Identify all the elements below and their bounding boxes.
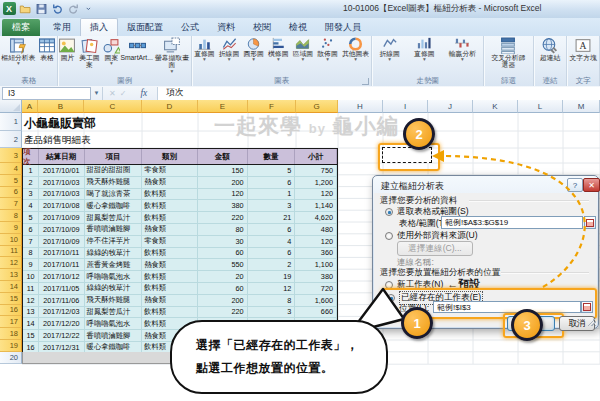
table-header-類別[interactable]: 類別: [142, 149, 198, 164]
resize-grip[interactable]: [587, 317, 596, 326]
tab-file[interactable]: 檔案: [2, 19, 40, 36]
table-cell[interactable]: 6: [248, 248, 296, 260]
row-header-2[interactable]: 2: [0, 131, 22, 148]
location-picker-icon[interactable]: [581, 301, 593, 313]
column-header-D[interactable]: D: [142, 100, 198, 113]
table-cell[interactable]: 5: [23, 212, 39, 224]
table-cell[interactable]: 熱食類: [142, 259, 198, 271]
insert-function-icon[interactable]: fx: [140, 88, 147, 98]
table-cell[interactable]: 3: [23, 189, 39, 201]
table-cell[interactable]: 2017/10/12: [39, 271, 85, 283]
save-icon[interactable]: [34, 2, 48, 15]
ribbon-button-表格[interactable]: 表格: [38, 37, 56, 61]
table-cell[interactable]: 2017/10/03: [39, 189, 85, 201]
table-cell[interactable]: 30: [198, 236, 248, 248]
table-cell[interactable]: 220: [198, 307, 248, 319]
column-header-F[interactable]: F: [248, 100, 296, 113]
table-cell[interactable]: 380: [295, 271, 337, 283]
column-header-G[interactable]: G: [296, 100, 338, 113]
table-cell[interactable]: 1,200: [295, 177, 337, 189]
tab-開發人員[interactable]: 開發人員: [316, 19, 370, 36]
table-cell[interactable]: 1,100: [295, 259, 337, 271]
ribbon-button-直條圖[interactable]: 直條圖▾: [414, 37, 434, 61]
ribbon-button-折線圖[interactable]: 折線圖▾: [219, 37, 239, 61]
table-cell[interactable]: 1: [23, 165, 39, 177]
table-cell[interactable]: 8: [23, 248, 39, 260]
table-cell[interactable]: 2017/10/01: [39, 165, 85, 177]
table-cell[interactable]: 12: [248, 283, 296, 295]
table-cell[interactable]: 停不住洋芋片: [85, 236, 143, 248]
table-cell[interactable]: 飲料類: [142, 200, 198, 212]
table-header-數量[interactable]: 數量: [248, 149, 296, 164]
table-cell[interactable]: 200: [198, 177, 248, 189]
undo-icon[interactable]: [50, 2, 64, 15]
table-cell[interactable]: 4: [23, 200, 39, 212]
row-header-9[interactable]: 9: [0, 222, 22, 234]
table-cell[interactable]: 60: [198, 283, 248, 295]
table-cell[interactable]: 熱食類: [142, 177, 198, 189]
row-header-13[interactable]: 13: [0, 269, 22, 281]
ribbon-button-交叉分析篩選器[interactable]: 交叉分析篩選器: [488, 37, 528, 69]
table-cell[interactable]: 1: [248, 189, 296, 201]
row-header-18[interactable]: 18: [0, 328, 22, 340]
table-cell[interactable]: 甜甜的甜甜圈: [85, 165, 143, 177]
ribbon-button-區域圖[interactable]: 區域圖▾: [293, 37, 313, 61]
ribbon-button-樞紐分析表[interactable]: 樞紐分析表▾: [1, 37, 35, 65]
tab-常用[interactable]: 常用: [44, 19, 80, 36]
table-cell[interactable]: 飛天酥炸雞腿: [85, 295, 143, 307]
table-cell[interactable]: 2017/10/08: [39, 200, 85, 212]
chart-group-dialog-launcher-icon[interactable]: [362, 78, 369, 85]
row-header-14[interactable]: 14: [0, 281, 22, 293]
column-header-M[interactable]: M: [563, 100, 600, 113]
table-cell[interactable]: 2017/10/09: [39, 236, 85, 248]
table-header-小計[interactable]: 小計: [295, 149, 337, 164]
row-header-10[interactable]: 10: [0, 234, 22, 246]
ribbon-button-文字方塊[interactable]: A文字方塊: [570, 37, 597, 61]
column-header-E[interactable]: E: [198, 100, 248, 113]
tab-插入[interactable]: 插入: [80, 18, 118, 36]
help-icon[interactable]: ?: [567, 178, 583, 192]
name-box-dropdown-icon[interactable]: ▼: [91, 87, 103, 100]
table-header-項目[interactable]: 項目: [85, 149, 143, 164]
table-header-結算日期[interactable]: 結算日期: [39, 149, 85, 164]
table-cell[interactable]: 660: [295, 307, 337, 319]
table-cell[interactable]: 2017/12/03: [39, 307, 85, 319]
table-cell[interactable]: 3: [248, 200, 296, 212]
ribbon-button-圖片[interactable]: 圖片: [58, 37, 76, 61]
row-header-19[interactable]: 19: [0, 340, 22, 352]
table-cell[interactable]: 13: [23, 307, 39, 319]
table-cell[interactable]: 零食類: [142, 165, 198, 177]
row-header-4[interactable]: 4: [0, 163, 22, 175]
cell-a2-subtitle[interactable]: 產品銷售明細表: [24, 134, 91, 147]
table-cell[interactable]: 2017/11/05: [39, 283, 85, 295]
table-cell[interactable]: 暖心拿鐵咖啡: [85, 200, 143, 212]
table-cell[interactable]: 呼嚕嚕氣泡水: [85, 271, 143, 283]
column-header-H[interactable]: H: [338, 100, 383, 113]
column-header-J[interactable]: J: [428, 100, 473, 113]
row-header-5[interactable]: 5: [0, 175, 22, 187]
range-picker-icon[interactable]: [584, 216, 596, 229]
table-cell[interactable]: 5: [248, 165, 296, 177]
ribbon-button-橫條圖[interactable]: 橫條圖▾: [268, 37, 288, 61]
radio-on-icon[interactable]: [385, 208, 393, 216]
range-input[interactable]: 範例!$A$3:$G$19: [441, 216, 583, 229]
table-cell[interactable]: 750: [295, 165, 337, 177]
table-cell[interactable]: 360: [295, 248, 337, 260]
table-cell[interactable]: 9: [23, 259, 39, 271]
close-icon[interactable]: [583, 178, 600, 192]
table-cell[interactable]: 飛天酥炸雞腿: [85, 177, 143, 189]
column-header-I[interactable]: I: [383, 100, 428, 113]
table-cell[interactable]: 4: [248, 236, 296, 248]
table-cell[interactable]: 2: [248, 259, 296, 271]
table-cell[interactable]: 15: [23, 330, 39, 342]
cell-a1-title[interactable]: 小龜龜販賣部: [24, 115, 96, 132]
table-cell[interactable]: 3: [248, 307, 296, 319]
table-cell[interactable]: 1,140: [295, 200, 337, 212]
ribbon-button-超連結[interactable]: 超連結: [540, 37, 560, 61]
table-cell[interactable]: 60: [198, 248, 248, 260]
ribbon-button-輸贏分析[interactable]: 輸贏分析▾: [449, 37, 476, 61]
table-cell[interactable]: 飲料類: [142, 307, 198, 319]
excel-logo-icon[interactable]: X: [2, 2, 16, 15]
ribbon-button-折線圖[interactable]: 折線圖▾: [379, 37, 399, 61]
table-cell[interactable]: 6: [23, 224, 39, 236]
